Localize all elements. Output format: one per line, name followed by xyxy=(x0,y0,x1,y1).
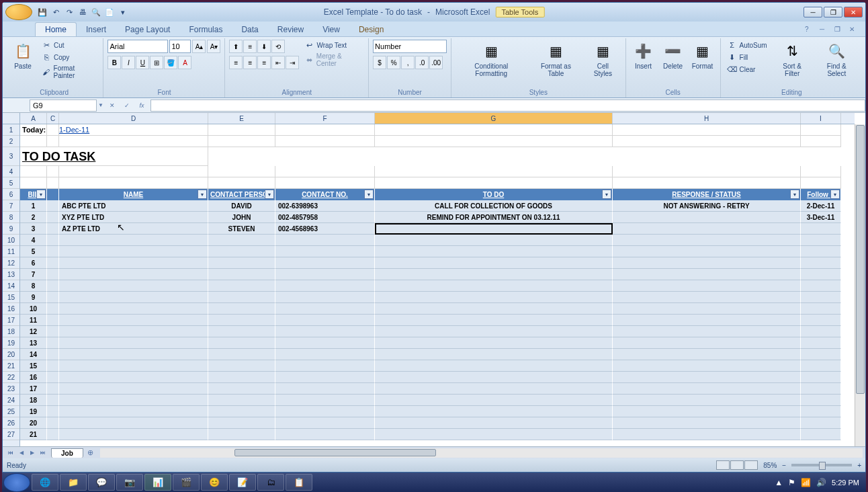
table-cell[interactable]: 11 xyxy=(20,315,47,326)
task-excel[interactable]: 📊 xyxy=(144,474,171,491)
filter-icon[interactable]: ▼ xyxy=(790,190,799,199)
table-cell[interactable] xyxy=(613,417,801,429)
table-header[interactable]: CONTACT PERSON▼ xyxy=(208,189,275,200)
table-cell[interactable] xyxy=(47,200,59,212)
table-cell[interactable] xyxy=(801,349,841,360)
doc-close-icon[interactable]: ✕ xyxy=(849,26,860,36)
row-header-17[interactable]: 17 xyxy=(3,315,19,326)
filter-icon[interactable]: ▼ xyxy=(198,190,207,199)
preview-icon[interactable]: 🔍 xyxy=(90,6,102,18)
zoom-out-icon[interactable]: − xyxy=(782,462,786,469)
task-app2[interactable]: 📷 xyxy=(116,474,143,491)
table-cell[interactable] xyxy=(275,372,375,383)
active-cell[interactable] xyxy=(375,223,613,235)
comma-button[interactable]: , xyxy=(401,56,415,69)
table-cell[interactable] xyxy=(375,280,613,292)
table-cell[interactable]: 16 xyxy=(20,372,47,383)
table-cell[interactable] xyxy=(47,246,59,257)
table-cell[interactable] xyxy=(801,360,841,372)
table-cell[interactable]: REMIND FOR APPOINTMENT ON 03.12.11 xyxy=(375,212,613,223)
row-header-25[interactable]: 25 xyxy=(3,406,19,417)
table-cell[interactable]: 8 xyxy=(20,280,47,292)
filter-icon[interactable]: ▼ xyxy=(36,190,46,199)
table-cell[interactable]: 6 xyxy=(20,257,47,269)
table-cell[interactable]: 20 xyxy=(20,417,47,429)
new-sheet-icon[interactable]: ⊕ xyxy=(83,448,97,457)
format-as-table-button[interactable]: ▦Format as Table xyxy=(529,40,582,79)
table-cell[interactable] xyxy=(59,417,208,429)
name-box[interactable]: G9 xyxy=(30,99,97,112)
table-cell[interactable] xyxy=(208,326,275,337)
close-button[interactable]: ✕ xyxy=(844,7,863,17)
table-cell[interactable] xyxy=(613,303,801,315)
task-app4[interactable]: 😊 xyxy=(201,474,228,491)
column-header-C[interactable]: C xyxy=(47,113,59,124)
table-cell[interactable]: 12 xyxy=(20,326,47,337)
indent-inc-button[interactable]: ⇥ xyxy=(286,56,299,69)
table-cell[interactable]: 3-Dec-11 xyxy=(801,212,841,223)
table-cell[interactable] xyxy=(375,360,613,372)
cancel-icon[interactable]: ✕ xyxy=(106,100,118,111)
table-cell[interactable] xyxy=(613,280,801,292)
table-cell[interactable]: 1 xyxy=(20,200,47,212)
table-cell[interactable]: 14 xyxy=(20,349,47,360)
doc-minimize-icon[interactable]: ─ xyxy=(820,26,830,36)
table-cell[interactable] xyxy=(275,337,375,349)
table-cell[interactable] xyxy=(275,417,375,429)
table-cell[interactable] xyxy=(275,326,375,337)
table-cell[interactable] xyxy=(801,326,841,337)
copy-button[interactable]: ⎘Copy xyxy=(39,52,99,63)
table-cell[interactable]: CALL FOR COLLECTION OF GOODS xyxy=(375,200,613,212)
tray-network-icon[interactable]: 📶 xyxy=(801,478,811,487)
task-app1[interactable]: 💬 xyxy=(88,474,115,491)
table-cell[interactable]: STEVEN xyxy=(208,223,275,235)
table-cell[interactable] xyxy=(59,246,208,257)
table-cell[interactable]: JOHN xyxy=(208,212,275,223)
table-cell[interactable] xyxy=(801,417,841,429)
filter-icon[interactable]: ▼ xyxy=(830,190,840,199)
table-cell[interactable] xyxy=(59,280,208,292)
column-header-G[interactable]: G xyxy=(375,113,613,124)
vertical-scrollbar[interactable] xyxy=(855,124,865,446)
name-box-dropdown-icon[interactable]: ▼ xyxy=(98,102,103,108)
align-center-button[interactable]: ≡ xyxy=(243,56,257,69)
tab-insert[interactable]: Insert xyxy=(77,23,116,36)
table-cell[interactable] xyxy=(375,257,613,269)
row-header-15[interactable]: 15 xyxy=(3,292,19,303)
table-cell[interactable] xyxy=(47,429,59,440)
table-cell[interactable] xyxy=(613,349,801,360)
table-cell[interactable] xyxy=(375,406,613,417)
table-cell[interactable] xyxy=(275,315,375,326)
row-header-8[interactable]: 8 xyxy=(3,212,19,223)
table-cell[interactable]: ABC PTE LTD xyxy=(59,200,208,212)
table-cell[interactable] xyxy=(613,269,801,280)
table-cell[interactable] xyxy=(208,417,275,429)
table-cell[interactable] xyxy=(613,292,801,303)
table-cell[interactable] xyxy=(208,246,275,257)
table-cell[interactable] xyxy=(59,292,208,303)
table-cell[interactable] xyxy=(59,257,208,269)
table-cell[interactable]: 3 xyxy=(20,223,47,235)
table-cell[interactable] xyxy=(208,235,275,246)
table-cell[interactable] xyxy=(59,395,208,406)
view-normal-button[interactable] xyxy=(716,460,730,470)
table-cell[interactable] xyxy=(59,326,208,337)
currency-button[interactable]: $ xyxy=(373,56,386,69)
task-explorer[interactable]: 📁 xyxy=(60,474,87,491)
sheet-first-icon[interactable]: ⏮ xyxy=(5,448,16,458)
table-cell[interactable] xyxy=(47,383,59,395)
table-cell[interactable] xyxy=(208,315,275,326)
horizontal-scrollbar[interactable] xyxy=(100,448,863,458)
paste-button[interactable]: 📋 Paste xyxy=(9,40,36,71)
table-cell[interactable] xyxy=(47,235,59,246)
doc-restore-icon[interactable]: ❐ xyxy=(834,26,845,36)
wrap-text-button[interactable]: ↩Wrap Text xyxy=(302,40,364,50)
row-header-22[interactable]: 22 xyxy=(3,372,19,383)
table-cell[interactable] xyxy=(47,326,59,337)
row-header-7[interactable]: 7 xyxy=(3,200,19,212)
table-cell[interactable] xyxy=(801,223,841,235)
indent-dec-button[interactable]: ⇤ xyxy=(271,56,285,69)
qat-more-icon[interactable]: ▾ xyxy=(117,6,129,18)
column-header-H[interactable]: H xyxy=(613,113,801,124)
table-cell[interactable] xyxy=(47,257,59,269)
